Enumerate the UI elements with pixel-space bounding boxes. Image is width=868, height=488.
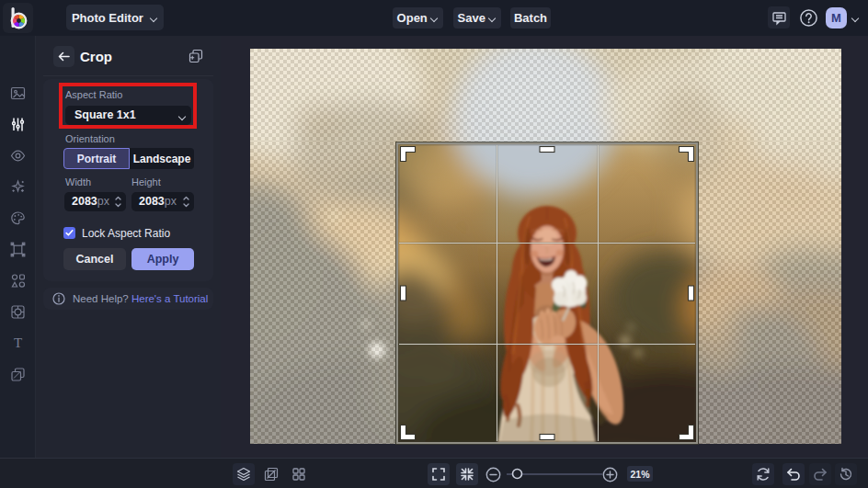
svg-text:T: T	[14, 335, 22, 350]
